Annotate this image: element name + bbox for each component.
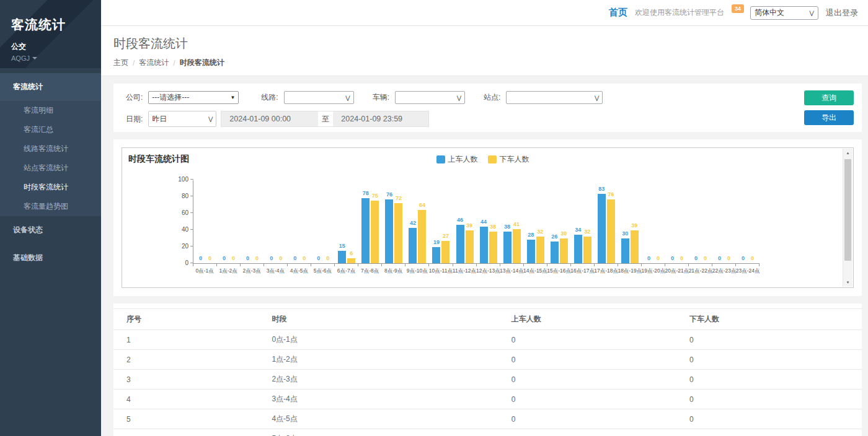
- bar-value-label: 44: [480, 219, 487, 225]
- bar: 41: [513, 229, 521, 263]
- sidebar: 客流统计 公交 AQGJ 客流统计客流明细客流汇总线路客流统计站点客流统计时段客…: [0, 0, 101, 436]
- breadcrumb-item-0[interactable]: 主页: [113, 58, 128, 68]
- bar: 34: [574, 235, 582, 263]
- sidebar-subitem-1[interactable]: 客流汇总: [0, 120, 101, 139]
- notification-badge[interactable]: 34: [732, 4, 744, 13]
- bar-group: 2832: [524, 180, 547, 263]
- bar-value-label: 72: [396, 195, 402, 201]
- dropdown-arrow-icon: ▼: [230, 95, 235, 100]
- x-axis-label: 5点-6点: [311, 266, 334, 275]
- bar-value-label: 0: [647, 255, 650, 261]
- bar: 39: [466, 230, 474, 263]
- bar: 75: [371, 201, 379, 263]
- sidebar-subitem-0[interactable]: 客流明细: [0, 101, 101, 120]
- main-column: 首页 欢迎使用客流统计管理平台 34 简体中文 ⋁ 退出登录 时段客流统计 主页…: [101, 0, 868, 436]
- bar-value-label: 0: [671, 255, 674, 261]
- chevron-down-icon: ⋁: [208, 116, 213, 122]
- sidebar-subitem-3[interactable]: 站点客流统计: [0, 159, 101, 178]
- query-button[interactable]: 查询: [804, 90, 854, 105]
- breadcrumb-item-1[interactable]: 客流统计: [139, 58, 169, 68]
- line-label: 线路:: [261, 92, 278, 103]
- sidebar-subitem-2[interactable]: 线路客流统计: [0, 139, 101, 159]
- table-head: 序号时段上车人数下车人数: [113, 309, 862, 330]
- company-select[interactable]: ---请选择--- ▼: [148, 91, 239, 104]
- bar-group: 00: [311, 180, 335, 263]
- vehicle-select[interactable]: ⋁: [395, 91, 465, 104]
- bar: 46: [456, 225, 464, 263]
- station-select[interactable]: ⋁: [506, 91, 603, 104]
- date-preset-value: 昨日: [152, 114, 167, 124]
- legend-label: 下车人数: [500, 154, 529, 165]
- chart-scrollbar[interactable]: ▲ ▼: [843, 149, 852, 287]
- welcome-text: 欢迎使用客流统计管理平台: [635, 7, 724, 18]
- table-header-cell: 序号: [113, 309, 267, 330]
- chevron-down-icon: ⋁: [810, 10, 814, 16]
- bar-value-label: 19: [433, 239, 440, 245]
- bar: 38: [489, 232, 497, 263]
- x-axis-label: 12点-13点: [476, 266, 500, 275]
- bar-value-label: 0: [718, 255, 721, 261]
- bar-value-label: 76: [386, 191, 392, 198]
- sidebar-item-2[interactable]: 基础数据: [0, 244, 101, 272]
- sidebar-subitem-4[interactable]: 时段客流统计: [0, 178, 101, 197]
- bar-group: 4438: [477, 180, 500, 263]
- company-select-value: ---请选择---: [152, 92, 189, 103]
- sidebar-item-1[interactable]: 设备状态: [0, 216, 101, 244]
- legend-item[interactable]: 下车人数: [488, 154, 529, 165]
- table-cell: 0: [684, 330, 862, 350]
- user-menu[interactable]: AQGJ: [11, 54, 101, 62]
- bar-value-label: 78: [363, 190, 369, 196]
- bar: 28: [527, 240, 535, 263]
- sidebar-nav: 客流统计客流明细客流汇总线路客流统计站点客流统计时段客流统计客流量趋势图设备状态…: [0, 73, 101, 272]
- x-axis-label: 0点-1点: [193, 266, 216, 275]
- legend-swatch: [488, 155, 497, 164]
- table-row: 21点-2点00: [113, 350, 862, 370]
- table-row: 10点-1点00: [113, 330, 862, 350]
- table-cell: 0: [507, 330, 684, 350]
- y-axis-tick-label: 60: [174, 210, 188, 216]
- bar-value-label: 0: [223, 255, 226, 261]
- page-title: 时段客流统计: [113, 35, 868, 52]
- y-axis-tick-label: 100: [174, 177, 188, 183]
- sidebar-subitem-5[interactable]: 客流量趋势图: [0, 197, 101, 216]
- x-axis-label: 11点-12点: [453, 266, 476, 275]
- bar-value-label: 64: [419, 202, 425, 208]
- date-to-input[interactable]: 2024-01-09 23:59: [333, 111, 429, 127]
- bar-value-label: 6: [350, 250, 353, 256]
- home-link[interactable]: 首页: [609, 7, 627, 19]
- sidebar-group-2: 基础数据: [0, 244, 101, 272]
- logout-link[interactable]: 退出登录: [826, 7, 858, 19]
- bar: 83: [598, 194, 606, 263]
- table-cell: 0: [684, 409, 862, 429]
- table-cell: 1点-2点: [267, 350, 506, 370]
- bar-value-label: 75: [372, 193, 378, 199]
- line-select[interactable]: ⋁: [284, 91, 354, 104]
- scroll-up-icon[interactable]: ▲: [843, 149, 852, 157]
- bar-value-label: 0: [657, 255, 660, 261]
- table-cell: 5: [113, 409, 267, 429]
- bar-group: 00: [689, 180, 712, 263]
- table-panel: 序号时段上车人数下车人数 10点-1点0021点-2点0032点-3点0043点…: [113, 303, 862, 436]
- legend-item[interactable]: 上车人数: [436, 154, 478, 165]
- language-select[interactable]: 简体中文 ⋁: [750, 6, 818, 20]
- sidebar-item-0[interactable]: 客流统计: [0, 73, 101, 101]
- scroll-down-icon[interactable]: ▼: [843, 278, 852, 287]
- date-preset-select[interactable]: 昨日 ⋁: [148, 111, 216, 127]
- bar: 44: [480, 227, 488, 263]
- export-button[interactable]: 导出: [804, 110, 854, 125]
- bar-value-label: 46: [457, 217, 463, 223]
- legend-label: 上车人数: [448, 154, 478, 165]
- table-row: 54点-5点00: [113, 409, 862, 429]
- date-from-input[interactable]: 2024-01-09 00:00: [221, 111, 318, 127]
- bar-value-label: 32: [537, 229, 543, 235]
- scrollbar-thumb[interactable]: [844, 159, 851, 261]
- x-axis-label: 19点-20点: [641, 266, 665, 275]
- y-axis-tick: [190, 229, 193, 230]
- bar-value-label: 0: [232, 255, 235, 261]
- table-cell: 0: [507, 390, 684, 409]
- y-axis-tick-label: 40: [174, 227, 188, 233]
- bar-value-label: 0: [293, 255, 296, 261]
- y-axis-tick: [190, 179, 193, 180]
- bar: 6: [347, 258, 355, 263]
- bar-value-label: 0: [270, 255, 273, 261]
